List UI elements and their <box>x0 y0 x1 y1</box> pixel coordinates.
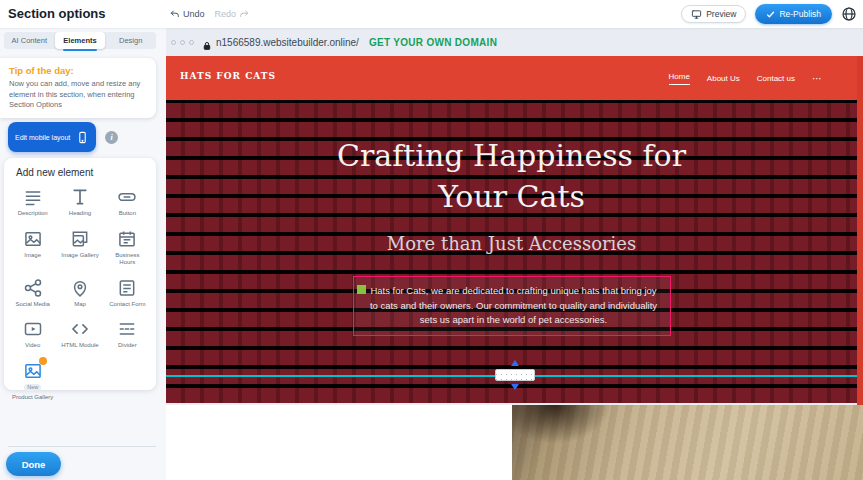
history-controls: Undo Redo <box>170 0 249 28</box>
redo-button[interactable]: Redo <box>215 9 250 19</box>
hero-subtitle[interactable]: More than Just Accessories <box>166 233 857 254</box>
element-divider[interactable]: Divider <box>104 319 151 350</box>
info-icon[interactable]: i <box>105 131 118 144</box>
element-grid: Description Heading Button Image Image G… <box>9 187 151 401</box>
undo-icon <box>170 9 180 19</box>
nav-home[interactable]: Home <box>669 72 690 85</box>
sidebar-divider <box>8 446 156 447</box>
heading-icon <box>70 187 90 207</box>
tip-body: Now you can add, move and resize any ele… <box>9 79 147 111</box>
nav-about-us[interactable]: About Us <box>707 74 740 83</box>
preview-button[interactable]: Preview <box>681 5 746 23</box>
hero-paragraph-text: Hats for Cats, we are dedicated to craft… <box>370 285 657 325</box>
new-badge-dot <box>39 357 47 365</box>
section-resize-handle[interactable] <box>495 369 535 381</box>
description-icon <box>23 187 43 207</box>
get-domain-link[interactable]: GET YOUR OWN DOMAIN <box>369 37 497 48</box>
image-gallery-icon <box>70 229 90 249</box>
language-globe-button[interactable] <box>841 6 857 22</box>
add-element-title: Add new element <box>16 167 151 178</box>
undo-button[interactable]: Undo <box>170 9 205 19</box>
nav-contact-us[interactable]: Contact us <box>757 74 795 83</box>
nav-more-icon[interactable]: ⋯ <box>812 73 823 84</box>
element-social-media[interactable]: Social Media <box>9 278 56 309</box>
done-button[interactable]: Done <box>6 452 61 476</box>
element-contact-form[interactable]: Contact Form <box>104 278 151 309</box>
tab-design[interactable]: Design <box>105 32 156 49</box>
edit-mobile-layout-button[interactable]: Edit mobile layout <box>8 122 96 152</box>
page-title: Section options <box>8 6 106 21</box>
element-image-gallery[interactable]: Image Gallery <box>56 229 103 267</box>
tip-title: Tip of the day: <box>9 65 147 76</box>
edit-mobile-label: Edit mobile layout <box>15 134 70 141</box>
window-dot-1 <box>171 40 176 45</box>
business-hours-icon <box>117 229 137 249</box>
divider-icon <box>117 319 137 339</box>
top-bar: Section options Undo Redo Preview Re-Pub… <box>0 0 863 28</box>
window-dot-2 <box>180 40 185 45</box>
element-button[interactable]: Button <box>104 187 151 218</box>
monitor-icon <box>691 9 702 20</box>
sidebar: AI Content Elements Design Tip of the da… <box>0 28 166 480</box>
globe-icon <box>841 6 857 22</box>
sidebar-tabs: AI Content Elements Design <box>4 32 156 49</box>
topbar-actions: Preview Re-Publish <box>681 0 857 28</box>
edit-mobile-row: Edit mobile layout i <box>8 122 118 152</box>
button-icon <box>117 187 137 207</box>
hero-paragraph-selected[interactable]: Hats for Cats, we are dedicated to craft… <box>353 276 671 336</box>
site-url[interactable]: n1566589.websitebuilder.online/ <box>216 37 359 48</box>
republish-label: Re-Publish <box>779 9 821 19</box>
hero-title[interactable]: Crafting Happiness for Your Cats <box>312 136 712 217</box>
resize-arrow-up-icon <box>511 360 519 366</box>
site-scrollbar[interactable] <box>857 56 863 405</box>
element-image[interactable]: Image <box>9 229 56 267</box>
video-icon <box>23 319 43 339</box>
new-badge: New <box>24 384 41 391</box>
redo-label: Redo <box>215 9 237 19</box>
map-pin-icon <box>70 278 90 298</box>
element-description[interactable]: Description <box>9 187 56 218</box>
window-dot-3 <box>189 40 194 45</box>
element-map[interactable]: Map <box>56 278 103 309</box>
element-business-hours[interactable]: Business Hours <box>104 229 151 267</box>
site-header: HATS FOR CATS Home About Us Contact us ⋯ <box>166 56 857 100</box>
phone-icon <box>76 131 89 144</box>
tab-elements[interactable]: Elements <box>55 32 106 49</box>
selection-handle-green[interactable] <box>357 285 366 294</box>
republish-button[interactable]: Re-Publish <box>755 4 832 24</box>
html-module-icon <box>70 319 90 339</box>
add-element-panel: Add new element Description Heading Butt… <box>4 158 156 390</box>
tip-card: Tip of the day: Now you can add, move an… <box>0 58 156 118</box>
site-nav: Home About Us Contact us ⋯ <box>669 56 824 100</box>
check-icon <box>766 10 775 19</box>
next-section <box>166 405 863 480</box>
tab-ai-content[interactable]: AI Content <box>4 32 55 49</box>
undo-label: Undo <box>183 9 205 19</box>
element-html-module[interactable]: HTML Module <box>56 319 103 350</box>
hero-section[interactable]: Crafting Happiness for Your Cats More th… <box>166 100 857 403</box>
editor-canvas: n1566589.websitebuilder.online/ GET YOUR… <box>166 28 863 480</box>
site-logo[interactable]: HATS FOR CATS <box>180 71 276 81</box>
contact-form-icon <box>117 278 137 298</box>
cat-photo <box>512 405 863 480</box>
lock-icon <box>202 37 212 47</box>
site-preview: HATS FOR CATS Home About Us Contact us ⋯… <box>166 56 863 405</box>
element-product-gallery[interactable]: New Product Gallery <box>9 361 56 402</box>
image-icon <box>23 229 43 249</box>
preview-label: Preview <box>706 9 736 19</box>
element-video[interactable]: Video <box>9 319 56 350</box>
element-heading[interactable]: Heading <box>56 187 103 218</box>
redo-icon <box>239 9 249 19</box>
social-media-icon <box>23 278 43 298</box>
app-root: Section options Undo Redo Preview Re-Pub… <box>0 0 863 480</box>
resize-arrow-down-icon <box>511 384 519 390</box>
browser-bar: n1566589.websitebuilder.online/ GET YOUR… <box>166 28 863 56</box>
